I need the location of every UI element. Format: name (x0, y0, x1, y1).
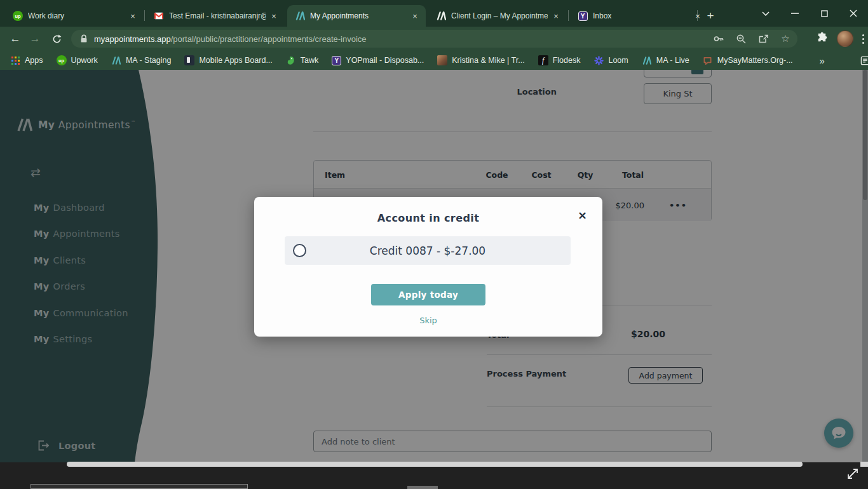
bookmarks-bar: Apps up Upwork MA - Staging Mobile Apps … (0, 51, 868, 70)
reload-button[interactable] (47, 29, 66, 48)
bookmark-label: Loom (608, 56, 628, 65)
bookmark-mobile-apps-board[interactable]: Mobile Apps Board... (184, 55, 272, 65)
scrollbar-corner (860, 462, 868, 467)
tab-test-email[interactable]: Test Email - kristinabairanjr@ × (146, 5, 285, 27)
bookmark-apps[interactable]: Apps (10, 55, 43, 65)
bookmark-kristina-mike[interactable]: Kristina & Mike | Tr... (437, 55, 524, 65)
extensions-puzzle-icon[interactable] (816, 32, 828, 46)
reading-list-icon (860, 55, 868, 65)
tab-title: My Appointments (310, 11, 407, 20)
bookmark-tawk[interactable]: Tawk (286, 55, 318, 65)
credit-option-label: Credit 0087 - $-27.00 (285, 245, 571, 257)
tab-client-login[interactable]: Client Login – My Appointme × (428, 5, 567, 27)
bookmark-ma-live[interactable]: MA - Live (642, 55, 689, 65)
bookmark-label: Mobile Apps Board... (199, 56, 272, 65)
tab-close-icon[interactable]: × (409, 10, 421, 22)
password-key-icon[interactable] (713, 33, 724, 44)
tab-close-icon[interactable]: × (550, 10, 562, 22)
reading-list-button[interactable]: Reading list (860, 51, 868, 69)
browser-menu-icon[interactable] (862, 34, 864, 44)
bookmark-label: Upwork (71, 56, 98, 65)
tab-title: Client Login – My Appointme (451, 11, 548, 20)
myappointments-favicon-icon (295, 11, 305, 21)
yopmail-icon: Y (332, 56, 341, 65)
bookmark-label: Tawk (301, 56, 318, 65)
zoom-out-icon[interactable] (735, 33, 747, 44)
upwork-icon: up (57, 55, 67, 65)
tab-close-icon[interactable]: × (127, 10, 139, 22)
horizontal-scrollbar[interactable] (67, 462, 803, 467)
back-button[interactable]: ← (6, 29, 25, 48)
bookmark-label: MA - Live (656, 56, 689, 65)
bookmark-label: MySayMatters.Org-... (717, 56, 793, 65)
tab-separator (697, 10, 698, 21)
tab-search-chevron-icon[interactable] (751, 0, 780, 27)
address-bar[interactable]: myappointments.app/portal/public/practit… (71, 30, 797, 48)
window-maximize-button[interactable] (810, 0, 839, 27)
bookmark-label: YOPmail - Disposab... (346, 56, 424, 65)
new-tab-button[interactable]: + (702, 7, 719, 25)
modal-title: Account in credit (254, 212, 602, 224)
bookmark-label: Flodesk (553, 56, 581, 65)
tab-separator (568, 10, 569, 21)
tab-my-appointments-active[interactable]: My Appointments × (287, 5, 426, 27)
loom-icon (593, 55, 604, 65)
tab-work-diary[interactable]: up Work diary × (5, 5, 144, 27)
tab-close-icon[interactable]: × (268, 10, 280, 22)
lock-icon[interactable] (80, 34, 88, 43)
bookmark-upwork[interactable]: up Upwork (57, 55, 98, 65)
bottom-partial-element (31, 484, 248, 489)
url-domain: myappointments.app (94, 34, 171, 44)
share-icon[interactable] (757, 33, 769, 44)
tab-separator (144, 10, 145, 21)
fullscreen-expand-icon[interactable] (845, 467, 860, 481)
tab-title: Test Email - kristinabairanjr@ (169, 11, 266, 20)
bookmark-ma-staging[interactable]: MA - Staging (111, 55, 172, 65)
upwork-favicon-icon: up (13, 11, 23, 21)
yopmail-favicon-icon: Y (578, 11, 588, 21)
ma-slashes-icon (111, 55, 121, 65)
modal-close-icon[interactable]: × (578, 208, 587, 222)
credit-option-row[interactable]: Credit 0087 - $-27.00 (285, 236, 571, 265)
bookmark-mysaymatters[interactable]: MySayMatters.Org-... (703, 55, 793, 65)
profile-avatar[interactable] (837, 30, 853, 47)
apps-grid-icon (10, 55, 20, 65)
window-minimize-button[interactable] (780, 0, 810, 27)
tab-strip: up Work diary × Test Email - kristinabai… (0, 0, 868, 27)
bottom-partial-element (407, 486, 438, 489)
speech-bubble-icon (703, 55, 713, 65)
myappointments-white-favicon-icon (436, 11, 446, 21)
tawk-parrot-icon (286, 55, 296, 65)
skip-link[interactable]: Skip (254, 316, 602, 325)
url-text: myappointments.app/portal/public/practit… (94, 34, 367, 44)
bookmark-label: MA - Staging (126, 56, 172, 65)
url-path: /portal/public/practitioner/appointments… (171, 34, 367, 44)
window-close-button[interactable] (839, 0, 868, 27)
bookmark-flodesk[interactable]: f Flodesk (538, 55, 581, 65)
forward-button[interactable]: → (25, 29, 44, 48)
bookmark-star-icon[interactable]: ☆ (780, 33, 791, 44)
board-icon (184, 55, 194, 65)
bookmark-label: Kristina & Mike | Tr... (452, 56, 524, 65)
bookmark-loom[interactable]: Loom (593, 55, 628, 65)
ma-slashes-icon (642, 55, 652, 65)
tab-title: Inbox (593, 11, 689, 20)
tab-inbox[interactable]: Y Inbox × (570, 5, 709, 27)
apply-today-button[interactable]: Apply today (371, 284, 485, 305)
photo-thumbnail-icon (437, 55, 447, 65)
bookmarks-overflow-chevron[interactable]: » (820, 55, 825, 66)
credit-radio-button[interactable] (293, 244, 306, 257)
tab-title: Work diary (28, 11, 125, 20)
flodesk-icon: f (538, 55, 548, 65)
bookmark-label: Apps (25, 56, 43, 65)
screen: up Work diary × Test Email - kristinabai… (0, 0, 868, 489)
bookmark-yopmail[interactable]: Y YOPmail - Disposab... (332, 56, 424, 65)
account-in-credit-modal: Account in credit × Credit 0087 - $-27.0… (254, 197, 602, 337)
gmail-favicon-icon (154, 11, 164, 21)
